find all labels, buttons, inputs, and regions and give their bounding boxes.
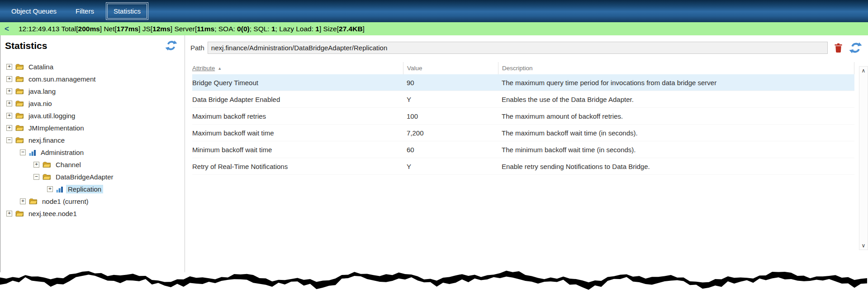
- tree-item-label: com.sun.management: [27, 75, 97, 83]
- tree-item-node1-current[interactable]: + node1 (current): [0, 195, 185, 207]
- folder-icon: [15, 63, 24, 70]
- tree-item-replication[interactable]: + Replication: [0, 183, 185, 195]
- table-row[interactable]: Maximum backoff wait time 7,200 The maxi…: [192, 125, 854, 141]
- tree-item-label: Administration: [39, 148, 85, 157]
- tab-filters[interactable]: Filters: [70, 4, 100, 18]
- folder-icon: [15, 112, 24, 119]
- tab-label: Statistics: [114, 7, 141, 15]
- expand-toggle[interactable]: +: [6, 76, 12, 82]
- refresh-button[interactable]: [849, 41, 862, 54]
- expand-toggle[interactable]: −: [6, 137, 12, 143]
- scroll-down-icon[interactable]: ∨: [862, 243, 866, 248]
- status-segment: ]: [363, 25, 365, 33]
- tree-item-java-lang[interactable]: + java.lang: [0, 85, 185, 97]
- column-header-label: Value: [407, 65, 422, 72]
- table-header-row: Attribute ▲ Value Description: [192, 62, 854, 74]
- cell-description: The maximum query time period for invoca…: [498, 79, 854, 87]
- expand-toggle[interactable]: +: [47, 186, 53, 192]
- path-row: Path: [185, 35, 868, 54]
- cell-description: The maximum amount of backoff retries.: [498, 112, 854, 120]
- expand-toggle[interactable]: +: [6, 211, 12, 217]
- tree-item-java-util-logging[interactable]: + java.util.logging: [0, 110, 185, 122]
- tree-item-jmimplementation[interactable]: + JMImplementation: [0, 122, 185, 134]
- table-row[interactable]: Bridge Query Timeout 90 The maximum quer…: [192, 74, 854, 91]
- status-segment: 177ms: [117, 25, 138, 33]
- refresh-icon[interactable]: [165, 39, 177, 52]
- vertical-scrollbar[interactable]: ∧ ∨: [859, 66, 868, 250]
- table-row[interactable]: Minimum backoff wait time 60 The minimum…: [192, 141, 854, 158]
- cell-attribute: Minimum backoff wait time: [192, 146, 403, 154]
- path-label: Path: [190, 44, 204, 52]
- tab-object-queues[interactable]: Object Queues: [5, 4, 62, 18]
- refresh-icon: [165, 39, 177, 52]
- status-text: 12:12:49.413 Total[200ms] Net[177ms] JS[…: [19, 25, 365, 33]
- tree-item-label: DataBridgeAdapter: [54, 173, 115, 181]
- chart-icon: [29, 149, 36, 156]
- status-segment: ; SOA:: [214, 25, 237, 33]
- status-segment: ; Lazy Load:: [275, 25, 316, 33]
- cell-attribute: Data Bridge Adapter Enabled: [192, 96, 403, 103]
- chart-icon: [56, 186, 63, 193]
- tree-item-catalina[interactable]: + Catalina: [0, 61, 185, 73]
- cell-attribute: Retry of Real-Time Notifications: [192, 163, 403, 170]
- table-row[interactable]: Data Bridge Adapter Enabled Y Enables th…: [192, 91, 854, 108]
- expand-toggle[interactable]: +: [6, 113, 12, 119]
- cell-value: 100: [403, 112, 498, 120]
- statistics-panel: Statistics +: [0, 35, 185, 272]
- expand-toggle[interactable]: +: [33, 162, 39, 168]
- folder-icon: [15, 210, 24, 217]
- expand-toggle[interactable]: +: [6, 88, 12, 94]
- cell-attribute: Maximum backoff wait time: [192, 129, 403, 137]
- status-segment: ; SQL:: [250, 25, 271, 33]
- expand-toggle[interactable]: +: [6, 64, 12, 70]
- table-row[interactable]: Retry of Real-Time Notifications Y Enabl…: [192, 158, 854, 175]
- status-segment: 1: [271, 25, 275, 33]
- back-arrow[interactable]: <: [5, 24, 9, 34]
- tree-item-label: java.util.logging: [27, 111, 77, 120]
- tree-item-channel[interactable]: + Channel: [0, 159, 185, 171]
- tree-item-nexj-teee-node1[interactable]: + nexj.teee.node1: [0, 207, 185, 220]
- folder-icon: [15, 76, 24, 82]
- folder-icon: [15, 125, 24, 131]
- status-segment: ] Server[: [171, 25, 197, 33]
- status-segment: 0(0): [237, 25, 250, 33]
- scroll-up-icon[interactable]: ∧: [862, 68, 866, 73]
- tree-item-java-nio[interactable]: + java.nio: [0, 97, 185, 110]
- expand-toggle[interactable]: +: [6, 125, 12, 131]
- tree-item-administration[interactable]: − Administration: [0, 146, 185, 159]
- cell-value: 90: [403, 79, 498, 87]
- cell-attribute: Bridge Query Timeout: [192, 79, 403, 87]
- refresh-icon: [849, 41, 862, 54]
- folder-icon: [15, 88, 24, 95]
- cell-value: 60: [403, 146, 498, 154]
- expand-toggle[interactable]: +: [6, 101, 12, 106]
- details-panel: Path: [185, 35, 868, 272]
- table-row[interactable]: Maximum backoff retries 100 The maximum …: [192, 108, 854, 125]
- cell-description: The minimum backoff wait time (in second…: [498, 146, 854, 154]
- status-segment: ] Net[: [100, 25, 117, 33]
- cell-description: Enables the use of the Data Bridge Adapt…: [498, 96, 854, 103]
- statistics-tree: + Catalina + com.sun.management +: [0, 61, 185, 220]
- column-header-value[interactable]: Value: [403, 62, 498, 74]
- expand-toggle[interactable]: −: [33, 174, 39, 180]
- main-content: Statistics +: [0, 35, 868, 272]
- tab-bar: Object Queues Filters Statistics: [0, 0, 868, 22]
- path-input[interactable]: [208, 42, 828, 54]
- status-segment: 27.4KB: [339, 25, 363, 33]
- trash-button[interactable]: [833, 43, 844, 53]
- column-header-label: Description: [502, 65, 533, 72]
- tree-item-com-sun-management[interactable]: + com.sun.management: [0, 73, 185, 85]
- expand-toggle[interactable]: +: [20, 198, 26, 204]
- column-header-description[interactable]: Description: [498, 62, 854, 74]
- status-segment: 1: [315, 25, 319, 33]
- tab-statistics[interactable]: Statistics: [107, 4, 147, 19]
- sort-ascending-icon: ▲: [218, 66, 222, 71]
- status-segment: 12ms: [152, 25, 171, 33]
- tree-item-nexj-finance[interactable]: − nexj.finance: [0, 134, 185, 146]
- folder-icon: [43, 161, 51, 168]
- expand-toggle[interactable]: −: [20, 149, 26, 155]
- column-header-attribute[interactable]: Attribute ▲: [192, 62, 403, 74]
- tree-item-label: Replication: [66, 185, 103, 193]
- tree-item-databridgeadapter[interactable]: − DataBridgeAdapter: [0, 171, 185, 183]
- tree-item-label: java.nio: [27, 99, 54, 108]
